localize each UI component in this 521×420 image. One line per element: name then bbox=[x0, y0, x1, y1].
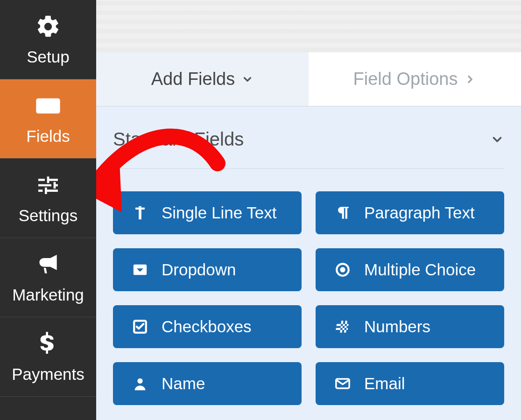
field-email[interactable]: Email bbox=[316, 362, 504, 405]
radio-icon bbox=[334, 261, 351, 278]
dollar-icon bbox=[35, 330, 61, 357]
field-label: Checkboxes bbox=[162, 317, 252, 336]
field-label: Email bbox=[364, 374, 405, 393]
tab-field-options[interactable]: Field Options bbox=[309, 52, 521, 106]
svg-rect-0 bbox=[139, 206, 141, 208]
sidebar-item-settings[interactable]: Settings bbox=[0, 159, 96, 238]
field-name[interactable]: Name bbox=[113, 362, 302, 405]
list-icon bbox=[35, 92, 61, 119]
field-label: Multiple Choice bbox=[364, 260, 476, 279]
bullhorn-icon bbox=[35, 251, 61, 278]
fields-panel: Standard Fields Single Line Text Paragra… bbox=[96, 106, 521, 405]
sidebar-item-label: Setup bbox=[27, 48, 69, 66]
field-grid: Single Line Text Paragraph Text Dropdown… bbox=[113, 169, 504, 405]
top-strip bbox=[96, 0, 521, 52]
sidebar-item-fields[interactable]: Fields bbox=[0, 79, 96, 159]
field-paragraph-text[interactable]: Paragraph Text bbox=[316, 191, 504, 234]
sidebar-item-marketing[interactable]: Marketing bbox=[0, 238, 96, 317]
field-label: Name bbox=[162, 374, 205, 393]
field-label: Paragraph Text bbox=[364, 203, 475, 222]
tab-label: Add Fields bbox=[151, 69, 235, 89]
envelope-icon bbox=[334, 375, 351, 392]
field-label: Numbers bbox=[364, 317, 430, 336]
sidebar-item-payments[interactable]: Payments bbox=[0, 317, 96, 397]
field-dropdown[interactable]: Dropdown bbox=[113, 248, 302, 291]
sidebar-item-label: Marketing bbox=[12, 286, 84, 304]
sidebar-item-label: Fields bbox=[26, 127, 70, 146]
field-label: Dropdown bbox=[162, 260, 236, 279]
field-single-line-text[interactable]: Single Line Text bbox=[113, 191, 302, 234]
tab-add-fields[interactable]: Add Fields bbox=[96, 52, 309, 106]
svg-point-3 bbox=[340, 267, 345, 272]
tab-label: Field Options bbox=[353, 69, 458, 89]
chevron-right-icon bbox=[464, 73, 476, 85]
paragraph-icon bbox=[334, 204, 351, 221]
hash-icon bbox=[334, 318, 351, 335]
field-numbers[interactable]: Numbers bbox=[316, 305, 504, 348]
svg-rect-1 bbox=[139, 218, 141, 219]
checkbox-icon bbox=[132, 318, 148, 335]
field-checkboxes[interactable]: Checkboxes bbox=[113, 305, 302, 348]
field-multiple-choice[interactable]: Multiple Choice bbox=[316, 248, 504, 291]
section-title: Standard Fields bbox=[113, 129, 244, 150]
chevron-down-icon bbox=[490, 133, 504, 147]
sidebar-item-label: Settings bbox=[19, 206, 77, 225]
sidebar-item-setup[interactable]: Setup bbox=[0, 0, 96, 79]
svg-point-5 bbox=[137, 378, 142, 384]
tabs: Add Fields Field Options bbox=[96, 52, 521, 106]
section-header-standard-fields[interactable]: Standard Fields bbox=[113, 125, 504, 169]
text-cursor-icon bbox=[132, 204, 148, 221]
field-label: Single Line Text bbox=[162, 203, 276, 222]
person-icon bbox=[132, 375, 148, 392]
sidebar: Setup Fields Settings Marketing Payments bbox=[0, 0, 96, 420]
main-panel: Add Fields Field Options Standard Fields… bbox=[96, 0, 521, 420]
sliders-icon bbox=[35, 172, 61, 199]
dropdown-icon bbox=[132, 261, 148, 278]
gear-icon bbox=[35, 13, 61, 40]
chevron-down-icon bbox=[241, 73, 253, 85]
sidebar-item-label: Payments bbox=[12, 365, 84, 384]
